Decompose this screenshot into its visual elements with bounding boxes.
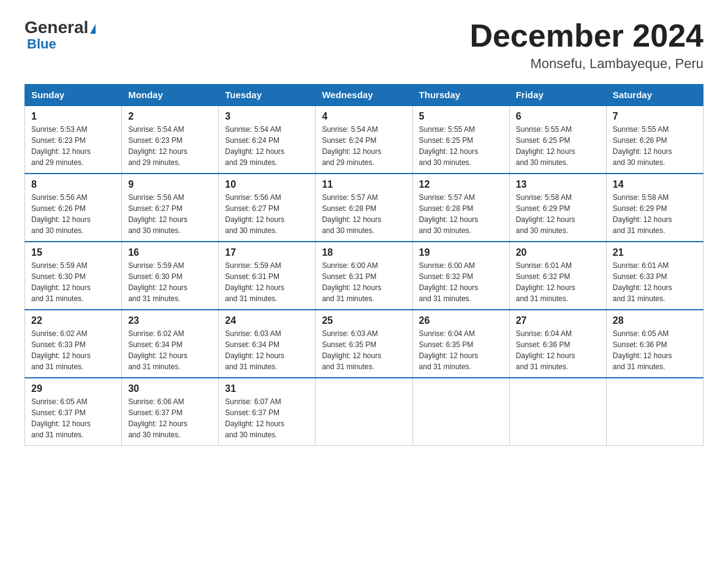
table-row: 30 Sunrise: 6:06 AMSunset: 6:37 PMDaylig… <box>122 378 219 446</box>
table-row: 12 Sunrise: 5:57 AMSunset: 6:28 PMDaylig… <box>412 174 509 242</box>
day-info: Sunrise: 6:02 AMSunset: 6:33 PMDaylight:… <box>31 328 115 372</box>
table-row: 23 Sunrise: 6:02 AMSunset: 6:34 PMDaylig… <box>122 310 219 378</box>
header-tuesday: Tuesday <box>219 85 316 106</box>
day-info: Sunrise: 5:55 AMSunset: 6:25 PMDaylight:… <box>516 124 600 168</box>
header-wednesday: Wednesday <box>316 85 412 106</box>
logo-general: General <box>25 18 96 37</box>
table-row: 20 Sunrise: 6:01 AMSunset: 6:32 PMDaylig… <box>509 242 606 310</box>
table-row: 11 Sunrise: 5:57 AMSunset: 6:28 PMDaylig… <box>316 174 412 242</box>
calendar-week-row: 1 Sunrise: 5:53 AMSunset: 6:23 PMDayligh… <box>25 105 703 174</box>
day-info: Sunrise: 6:04 AMSunset: 6:36 PMDaylight:… <box>516 328 600 372</box>
calendar-week-row: 8 Sunrise: 5:56 AMSunset: 6:26 PMDayligh… <box>25 174 703 242</box>
day-info: Sunrise: 5:54 AMSunset: 6:23 PMDaylight:… <box>128 124 212 168</box>
table-row: 15 Sunrise: 5:59 AMSunset: 6:30 PMDaylig… <box>25 242 122 310</box>
day-number: 13 <box>516 179 600 190</box>
table-row: 29 Sunrise: 6:05 AMSunset: 6:37 PMDaylig… <box>25 378 122 446</box>
page-title: December 2024 <box>469 18 703 53</box>
day-number: 26 <box>419 315 503 326</box>
day-info: Sunrise: 5:55 AMSunset: 6:26 PMDaylight:… <box>613 124 697 168</box>
table-row: 4 Sunrise: 5:54 AMSunset: 6:24 PMDayligh… <box>316 105 412 174</box>
logo: General Blue <box>25 18 96 52</box>
day-info: Sunrise: 5:58 AMSunset: 6:29 PMDaylight:… <box>516 192 600 236</box>
day-info: Sunrise: 6:02 AMSunset: 6:34 PMDaylight:… <box>128 328 212 372</box>
day-number: 28 <box>613 315 697 326</box>
day-number: 24 <box>225 315 309 326</box>
day-info: Sunrise: 5:55 AMSunset: 6:25 PMDaylight:… <box>419 124 503 168</box>
table-row: 8 Sunrise: 5:56 AMSunset: 6:26 PMDayligh… <box>25 174 122 242</box>
table-row <box>509 378 606 446</box>
day-info: Sunrise: 6:03 AMSunset: 6:35 PMDaylight:… <box>322 328 406 372</box>
table-row <box>316 378 412 446</box>
table-row: 21 Sunrise: 6:01 AMSunset: 6:33 PMDaylig… <box>606 242 703 310</box>
day-info: Sunrise: 5:53 AMSunset: 6:23 PMDaylight:… <box>31 124 115 168</box>
day-number: 6 <box>516 111 600 122</box>
day-number: 1 <box>31 111 115 122</box>
table-row: 7 Sunrise: 5:55 AMSunset: 6:26 PMDayligh… <box>606 105 703 174</box>
table-row: 14 Sunrise: 5:58 AMSunset: 6:29 PMDaylig… <box>606 174 703 242</box>
day-info: Sunrise: 6:00 AMSunset: 6:32 PMDaylight:… <box>419 260 503 304</box>
table-row: 24 Sunrise: 6:03 AMSunset: 6:34 PMDaylig… <box>219 310 316 378</box>
day-info: Sunrise: 6:03 AMSunset: 6:34 PMDaylight:… <box>225 328 309 372</box>
day-number: 4 <box>322 111 406 122</box>
day-number: 18 <box>322 247 406 258</box>
day-info: Sunrise: 6:01 AMSunset: 6:32 PMDaylight:… <box>516 260 600 304</box>
day-info: Sunrise: 5:56 AMSunset: 6:27 PMDaylight:… <box>128 192 212 236</box>
table-row: 2 Sunrise: 5:54 AMSunset: 6:23 PMDayligh… <box>122 105 219 174</box>
table-row: 19 Sunrise: 6:00 AMSunset: 6:32 PMDaylig… <box>412 242 509 310</box>
day-number: 21 <box>613 247 697 258</box>
day-number: 17 <box>225 247 309 258</box>
header-thursday: Thursday <box>412 85 509 106</box>
day-number: 12 <box>419 179 503 190</box>
table-row: 31 Sunrise: 6:07 AMSunset: 6:37 PMDaylig… <box>219 378 316 446</box>
day-info: Sunrise: 5:58 AMSunset: 6:29 PMDaylight:… <box>613 192 697 236</box>
table-row <box>412 378 509 446</box>
day-info: Sunrise: 5:59 AMSunset: 6:31 PMDaylight:… <box>225 260 309 304</box>
day-info: Sunrise: 6:01 AMSunset: 6:33 PMDaylight:… <box>613 260 697 304</box>
table-row <box>606 378 703 446</box>
day-info: Sunrise: 6:00 AMSunset: 6:31 PMDaylight:… <box>322 260 406 304</box>
day-info: Sunrise: 6:05 AMSunset: 6:36 PMDaylight:… <box>613 328 697 372</box>
table-row: 6 Sunrise: 5:55 AMSunset: 6:25 PMDayligh… <box>509 105 606 174</box>
day-info: Sunrise: 5:56 AMSunset: 6:27 PMDaylight:… <box>225 192 309 236</box>
table-row: 9 Sunrise: 5:56 AMSunset: 6:27 PMDayligh… <box>122 174 219 242</box>
day-info: Sunrise: 6:07 AMSunset: 6:37 PMDaylight:… <box>225 396 309 440</box>
table-row: 26 Sunrise: 6:04 AMSunset: 6:35 PMDaylig… <box>412 310 509 378</box>
day-number: 11 <box>322 179 406 190</box>
day-info: Sunrise: 6:05 AMSunset: 6:37 PMDaylight:… <box>31 396 115 440</box>
day-number: 19 <box>419 247 503 258</box>
calendar-week-row: 22 Sunrise: 6:02 AMSunset: 6:33 PMDaylig… <box>25 310 703 378</box>
table-row: 3 Sunrise: 5:54 AMSunset: 6:24 PMDayligh… <box>219 105 316 174</box>
day-info: Sunrise: 5:57 AMSunset: 6:28 PMDaylight:… <box>419 192 503 236</box>
day-number: 3 <box>225 111 309 122</box>
page-header: General Blue December 2024 Monsefu, Lamb… <box>25 18 703 72</box>
day-number: 14 <box>613 179 697 190</box>
day-number: 10 <box>225 179 309 190</box>
header-sunday: Sunday <box>25 85 122 106</box>
day-number: 29 <box>31 383 115 394</box>
table-row: 17 Sunrise: 5:59 AMSunset: 6:31 PMDaylig… <box>219 242 316 310</box>
table-row: 1 Sunrise: 5:53 AMSunset: 6:23 PMDayligh… <box>25 105 122 174</box>
title-block: December 2024 Monsefu, Lambayeque, Peru <box>469 18 703 72</box>
day-info: Sunrise: 5:57 AMSunset: 6:28 PMDaylight:… <box>322 192 406 236</box>
day-number: 25 <box>322 315 406 326</box>
header-saturday: Saturday <box>606 85 703 106</box>
day-info: Sunrise: 6:06 AMSunset: 6:37 PMDaylight:… <box>128 396 212 440</box>
day-number: 22 <box>31 315 115 326</box>
day-number: 8 <box>31 179 115 190</box>
table-row: 10 Sunrise: 5:56 AMSunset: 6:27 PMDaylig… <box>219 174 316 242</box>
day-info: Sunrise: 5:59 AMSunset: 6:30 PMDaylight:… <box>128 260 212 304</box>
table-row: 28 Sunrise: 6:05 AMSunset: 6:36 PMDaylig… <box>606 310 703 378</box>
day-number: 16 <box>128 247 212 258</box>
calendar-week-row: 15 Sunrise: 5:59 AMSunset: 6:30 PMDaylig… <box>25 242 703 310</box>
table-row: 27 Sunrise: 6:04 AMSunset: 6:36 PMDaylig… <box>509 310 606 378</box>
table-row: 16 Sunrise: 5:59 AMSunset: 6:30 PMDaylig… <box>122 242 219 310</box>
calendar-header-row: Sunday Monday Tuesday Wednesday Thursday… <box>25 85 703 106</box>
day-number: 9 <box>128 179 212 190</box>
day-number: 20 <box>516 247 600 258</box>
header-monday: Monday <box>122 85 219 106</box>
day-info: Sunrise: 5:59 AMSunset: 6:30 PMDaylight:… <box>31 260 115 304</box>
table-row: 18 Sunrise: 6:00 AMSunset: 6:31 PMDaylig… <box>316 242 412 310</box>
day-number: 27 <box>516 315 600 326</box>
day-number: 5 <box>419 111 503 122</box>
table-row: 13 Sunrise: 5:58 AMSunset: 6:29 PMDaylig… <box>509 174 606 242</box>
